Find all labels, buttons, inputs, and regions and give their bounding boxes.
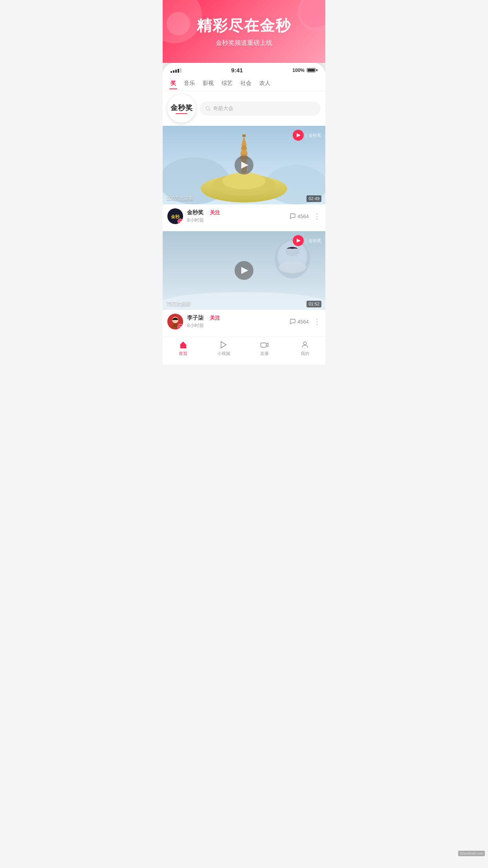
play-triangle-2 [241, 267, 248, 274]
duration-1: 02:49 [306, 195, 321, 202]
signal-bar-3 [175, 70, 177, 73]
signal-bar-4 [178, 69, 179, 73]
banner-title: 精彩尽在金秒 [171, 16, 317, 36]
avatar-lizic: V [167, 314, 183, 329]
logo-text: 金秒奖 [171, 103, 193, 112]
search-bar[interactable]: 奇葩大会 [200, 101, 321, 116]
play-triangle-1 [241, 162, 248, 169]
video-stats-2: 75万次观看 01:52 [163, 298, 325, 310]
play-icon [219, 340, 228, 349]
svg-point-7 [222, 172, 266, 189]
author-actions-2: 4564 ⋮ [290, 318, 321, 325]
phone-frame: 9:41 100% 奖 音乐 影视 综艺 社会 农人 金秒奖 [163, 63, 325, 364]
author-time-2: 8小时前 [187, 322, 290, 329]
signal-bar-2 [173, 70, 174, 73]
svg-point-23 [279, 261, 306, 273]
signal-bar-5 [180, 68, 182, 73]
author-row-1: 金秒 V 金秒奖 · 关注 8小时前 4564 ⋮ [163, 204, 325, 228]
banner: 精彩尽在金秒 金秒奖频道重磅上线 [163, 0, 325, 63]
status-right: 100% [292, 68, 317, 73]
signal-bar-1 [171, 71, 172, 73]
badge-sep-1: | [305, 132, 307, 138]
nav-live[interactable]: 直播 [244, 340, 285, 357]
comment-count-1: 4564 [297, 213, 309, 219]
svg-point-0 [206, 107, 209, 110]
battery-percent: 100% [292, 68, 305, 73]
battery-body [307, 68, 316, 72]
tab-farmer[interactable]: 农人 [255, 78, 274, 88]
follow-btn-1[interactable]: 关注 [210, 209, 220, 216]
person-icon [300, 340, 310, 349]
avatar-jinsec: 金秒 V [167, 208, 183, 224]
battery-fill [308, 69, 315, 72]
tab-film[interactable]: 影视 [199, 78, 218, 88]
nav-home[interactable]: 首页 [163, 340, 204, 357]
video-card-2: 山城踏雪 寻觅遗失人间的味蕾 [163, 231, 325, 333]
video-card-1: 体味田野美食 [163, 126, 325, 228]
svg-marker-26 [221, 342, 226, 348]
logo-underline [176, 113, 187, 114]
comment-icon-2 [290, 318, 296, 325]
v-badge-1: V [178, 219, 183, 224]
video-thumbnail-2[interactable]: 山城踏雪 寻觅遗失人间的味蕾 [163, 231, 325, 310]
more-btn-1[interactable]: ⋮ [314, 213, 321, 220]
comment-row-1[interactable]: 4564 [290, 213, 309, 219]
v-badge-2: V [178, 324, 183, 329]
banner-subtitle: 金秒奖频道重磅上线 [171, 39, 317, 47]
home-icon [178, 340, 188, 349]
status-time: 9:41 [231, 67, 243, 74]
xigua-logo-1 [293, 130, 304, 141]
signal-bars [171, 68, 182, 73]
nav-live-label: 直播 [260, 351, 269, 357]
dot-sep-2: · [206, 314, 207, 322]
bottom-nav: 首页 小视频 直播 [163, 337, 325, 364]
video-brand-badge-1: | 金秒奖 [293, 130, 321, 141]
author-name-row-2: 李子柒 · 关注 [187, 314, 290, 322]
svg-line-1 [209, 110, 210, 111]
view-count-2: 75万次观看 [167, 301, 191, 307]
author-row-2: V 李子柒 · 关注 8小时前 4564 ⋮ [163, 310, 325, 333]
dot-sep-1: · [206, 209, 207, 216]
comment-icon-1 [290, 213, 296, 219]
camera-icon [260, 340, 269, 349]
tab-variety[interactable]: 综艺 [218, 78, 237, 88]
video-thumbnail-1[interactable]: 体味田野美食 [163, 126, 325, 204]
play-button-2[interactable] [235, 261, 253, 280]
jinsec-badge-1: 金秒奖 [308, 132, 321, 138]
tab-society[interactable]: 社会 [237, 78, 255, 88]
status-bar: 9:41 100% [163, 63, 325, 76]
video-brand-badge-2: | 金秒奖 [293, 235, 321, 246]
search-logo-row: 金秒奖 奇葩大会 [163, 91, 325, 126]
nav-profile-label: 我的 [301, 351, 309, 357]
nav-profile[interactable]: 我的 [285, 340, 326, 357]
tab-music[interactable]: 音乐 [180, 78, 199, 88]
view-count-1: 100万次观看 [167, 195, 193, 202]
follow-btn-2[interactable]: 关注 [210, 314, 220, 322]
search-placeholder: 奇葩大会 [213, 105, 233, 112]
nav-home-label: 首页 [179, 351, 187, 357]
author-name-2: 李子柒 [187, 314, 204, 322]
xigua-play-1 [297, 133, 301, 137]
jinsec-logo: 金秒奖 [167, 94, 196, 123]
battery-tip [316, 69, 317, 71]
thumb-snow: 山城踏雪 寻觅遗失人间的味蕾 [163, 231, 325, 310]
comment-count-2: 4564 [297, 319, 309, 325]
svg-rect-13 [242, 134, 246, 137]
author-time-1: 8小时前 [187, 217, 290, 224]
author-actions-1: 4564 ⋮ [290, 213, 321, 220]
duration-2: 01:52 [306, 301, 321, 307]
jinsec-badge-2: 金秒奖 [308, 238, 321, 244]
comment-row-2[interactable]: 4564 [290, 318, 309, 325]
play-button-1[interactable] [235, 156, 253, 175]
author-name-1: 金秒奖 [187, 209, 204, 216]
badge-sep-2: | [305, 237, 307, 244]
xigua-play-2 [297, 239, 301, 243]
svg-point-28 [304, 342, 306, 345]
nav-short-video[interactable]: 小视频 [204, 340, 244, 357]
tab-award[interactable]: 奖 [167, 78, 180, 88]
author-info-2: 李子柒 · 关注 8小时前 [187, 314, 290, 329]
more-btn-2[interactable]: ⋮ [314, 318, 321, 325]
video-stats-1: 100万次观看 02:49 [163, 193, 325, 204]
author-name-row-1: 金秒奖 · 关注 [187, 209, 290, 216]
xigua-logo-2 [293, 235, 304, 246]
